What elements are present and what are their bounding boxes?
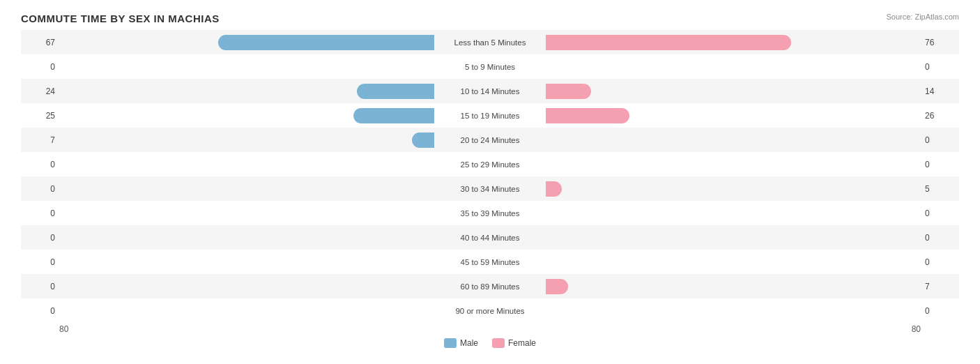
left-value: 0 — [21, 282, 59, 291]
axis-left: 80 — [59, 324, 68, 334]
bar-row: 0 5 to 9 Minutes 0 — [21, 54, 959, 79]
right-value: 0 — [921, 306, 959, 316]
right-value: 0 — [921, 135, 959, 145]
right-value: 26 — [921, 111, 959, 121]
male-swatch — [444, 338, 457, 348]
female-bar — [546, 35, 791, 50]
bars-center: 45 to 59 Minutes — [59, 250, 921, 274]
female-swatch — [492, 338, 505, 348]
row-label: 20 to 24 Minutes — [460, 136, 519, 144]
female-bar — [546, 181, 562, 197]
bars-center: 25 to 29 Minutes — [59, 152, 921, 176]
row-label: 45 to 59 Minutes — [460, 258, 519, 266]
bars-center: 35 to 39 Minutes — [59, 201, 921, 225]
row-label: 90 or more Minutes — [455, 307, 524, 315]
bar-row: 0 40 to 44 Minutes 0 — [21, 225, 959, 250]
bars-center: 40 to 44 Minutes — [59, 225, 921, 250]
bar-row: 0 25 to 29 Minutes 0 — [21, 152, 959, 176]
bar-row: 25 15 to 19 Minutes 26 — [21, 103, 959, 128]
bars-center: 90 or more Minutes — [59, 298, 921, 323]
male-bar — [218, 35, 434, 50]
male-bar — [353, 108, 434, 123]
chart-title: COMMUTE TIME BY SEX IN MACHIAS — [21, 13, 959, 24]
axis-labels: 80 80 — [21, 324, 959, 334]
female-bar — [546, 84, 591, 99]
right-value: 14 — [921, 86, 959, 96]
row-label: 30 to 34 Minutes — [460, 185, 519, 193]
bar-row: 24 10 to 14 Minutes 14 — [21, 79, 959, 103]
right-value: 0 — [921, 257, 959, 267]
legend-female: Female — [492, 338, 536, 348]
right-value: 7 — [921, 282, 959, 291]
right-value: 0 — [921, 160, 959, 169]
row-label: Less than 5 Minutes — [454, 38, 526, 47]
bars-center: 20 to 24 Minutes — [59, 128, 921, 152]
chart-container: COMMUTE TIME BY SEX IN MACHIAS Source: Z… — [0, 0, 980, 364]
female-bar — [546, 108, 629, 123]
bar-row: 0 35 to 39 Minutes 0 — [21, 201, 959, 225]
left-value: 0 — [21, 160, 59, 169]
legend: Male Female — [21, 338, 959, 348]
left-value: 0 — [21, 233, 59, 243]
row-label: 15 to 19 Minutes — [460, 112, 519, 120]
row-label: 25 to 29 Minutes — [460, 160, 519, 169]
left-value: 7 — [21, 135, 59, 145]
row-label: 60 to 89 Minutes — [460, 282, 519, 291]
bar-row: 0 60 to 89 Minutes 7 — [21, 274, 959, 298]
left-value: 0 — [21, 208, 59, 218]
row-label: 10 to 14 Minutes — [460, 87, 519, 96]
female-label: Female — [508, 338, 536, 348]
right-value: 76 — [921, 38, 959, 47]
axis-right: 80 — [912, 324, 921, 334]
bar-row: 0 45 to 59 Minutes 0 — [21, 250, 959, 274]
left-value: 0 — [21, 257, 59, 267]
bars-center: 5 to 9 Minutes — [59, 54, 921, 79]
male-bar — [357, 84, 434, 99]
left-value: 67 — [21, 38, 59, 47]
bars-center: 15 to 19 Minutes — [59, 103, 921, 128]
male-bar-wrap — [218, 35, 490, 50]
legend-male: Male — [444, 338, 478, 348]
right-value: 0 — [921, 208, 959, 218]
right-value: 0 — [921, 62, 959, 72]
bars-center: Less than 5 Minutes — [59, 30, 921, 54]
row-label: 35 to 39 Minutes — [460, 209, 519, 218]
right-value: 0 — [921, 233, 959, 243]
bar-row: 67 Less than 5 Minutes 76 — [21, 30, 959, 54]
row-label: 5 to 9 Minutes — [465, 63, 515, 71]
left-value: 0 — [21, 184, 59, 194]
left-value: 0 — [21, 62, 59, 72]
bars-center: 60 to 89 Minutes — [59, 274, 921, 298]
bar-row: 7 20 to 24 Minutes 0 — [21, 128, 959, 152]
right-value: 5 — [921, 184, 959, 194]
left-value: 24 — [21, 86, 59, 96]
male-label: Male — [460, 338, 478, 348]
left-value: 0 — [21, 306, 59, 316]
female-bar-wrap — [490, 35, 791, 50]
source-label: Source: ZipAtlas.com — [886, 13, 959, 21]
rows-area: 67 Less than 5 Minutes 76 0 5 to 9 Minut… — [21, 30, 959, 323]
bar-row: 0 30 to 34 Minutes 5 — [21, 176, 959, 201]
row-label: 40 to 44 Minutes — [460, 234, 519, 242]
left-value: 25 — [21, 111, 59, 121]
bars-center: 10 to 14 Minutes — [59, 79, 921, 103]
bar-row: 0 90 or more Minutes 0 — [21, 298, 959, 323]
male-bar — [412, 132, 434, 148]
bars-center: 30 to 34 Minutes — [59, 176, 921, 201]
female-bar — [546, 279, 568, 294]
